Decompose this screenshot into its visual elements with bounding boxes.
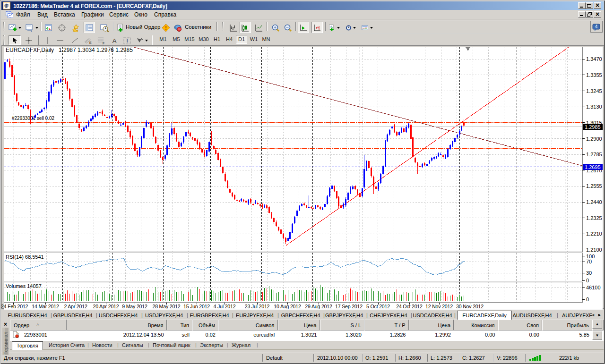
svg-text:1.3355: 1.3355	[586, 72, 602, 78]
svg-text:RSI(14) 68.5541: RSI(14) 68.5541	[6, 254, 44, 260]
svg-text:15 Jun 2012: 15 Jun 2012	[183, 304, 210, 309]
svg-text:E: E	[89, 41, 92, 44]
svg-text:9 May 2012: 9 May 2012	[122, 304, 147, 309]
svg-text:F: F	[5, 3, 9, 9]
svg-text:1.2985: 1.2985	[585, 124, 601, 130]
svg-text:T: T	[125, 38, 129, 43]
svg-text:1.2100: 1.2100	[586, 247, 602, 253]
svg-text:EURCADFXF,Daily 1.2987 1.303: EURCADFXF,Daily 1.2987 1.3034 1.2976 1.2…	[6, 47, 133, 53]
svg-text:1.3470: 1.3470	[586, 56, 602, 62]
svg-text:5 Oct 2012: 5 Oct 2012	[366, 304, 390, 309]
svg-text:28 May 2012: 28 May 2012	[152, 304, 180, 309]
svg-text:14 Mar 2012: 14 Mar 2012	[32, 304, 59, 309]
svg-text:!: !	[165, 25, 167, 31]
svg-text:100: 100	[586, 254, 595, 259]
svg-text:1.2555: 1.2555	[586, 183, 602, 189]
svg-text:1.2695: 1.2695	[585, 164, 601, 170]
svg-text:30: 30	[586, 270, 592, 276]
svg-text:0: 0	[586, 278, 589, 283]
svg-text:1.2900: 1.2900	[586, 136, 602, 142]
svg-text:23 Jul 2012: 23 Jul 2012	[245, 304, 270, 309]
svg-text:A: A	[112, 37, 116, 44]
svg-text:1.2325: 1.2325	[586, 215, 602, 221]
svg-text:29 Aug 2012: 29 Aug 2012	[305, 304, 332, 309]
svg-text:1.2785: 1.2785	[586, 152, 602, 157]
svg-text:10 Aug 2012: 10 Aug 2012	[274, 304, 301, 309]
svg-text:1.3130: 1.3130	[586, 104, 602, 110]
svg-text:4: 4	[595, 24, 598, 29]
svg-text:12 Nov 2012: 12 Nov 2012	[425, 304, 453, 309]
svg-text:0: 0	[586, 296, 589, 302]
svg-text:Volumes 14057: Volumes 14057	[6, 283, 42, 289]
svg-text:30 Nov 2012: 30 Nov 2012	[456, 304, 484, 309]
svg-text:24 Feb 2012: 24 Feb 2012	[1, 304, 28, 309]
svg-text:24 Oct 2012: 24 Oct 2012	[396, 304, 423, 309]
svg-text:Терминал: Терминал	[3, 332, 9, 355]
svg-text:2 Apr 2012: 2 Apr 2012	[64, 304, 87, 309]
svg-text:4 Jul 2012: 4 Jul 2012	[214, 304, 236, 309]
svg-text:46100: 46100	[586, 285, 601, 290]
svg-text:1.2210: 1.2210	[586, 231, 602, 237]
svg-text:1.3245: 1.3245	[586, 88, 602, 94]
svg-text:17 Sep 2012: 17 Sep 2012	[335, 304, 363, 309]
svg-text:#22933001 sell 0.02: #22933001 sell 0.02	[12, 116, 55, 121]
svg-text:70: 70	[586, 259, 592, 264]
svg-text:20 Apr 2012: 20 Apr 2012	[93, 304, 119, 309]
svg-text:F: F	[103, 42, 104, 45]
svg-text:1.2440: 1.2440	[586, 199, 602, 205]
